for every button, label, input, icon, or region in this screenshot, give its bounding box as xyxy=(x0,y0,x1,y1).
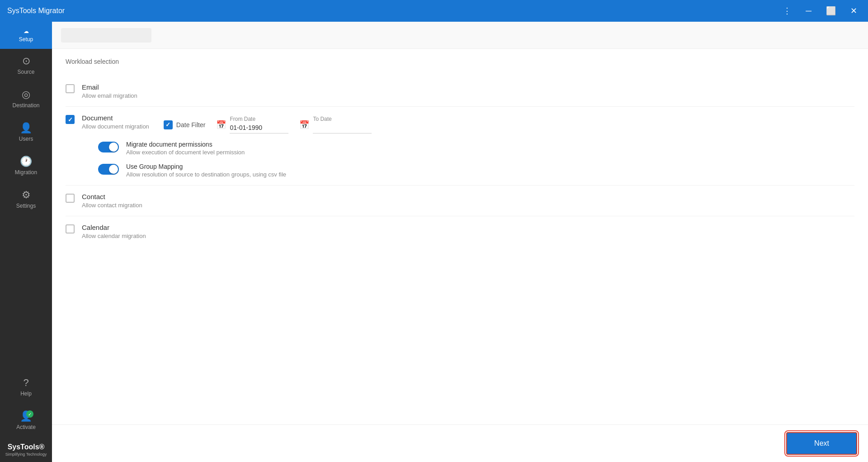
email-title: Email xyxy=(82,83,854,91)
to-date-icon[interactable]: 📅 xyxy=(299,120,309,130)
sidebar-brand: SysTools® Simplifying Technology xyxy=(0,438,52,462)
email-checkbox-area xyxy=(66,83,82,93)
content-area: Workload selection Email Allow email mig… xyxy=(52,22,868,462)
brand-name: SysTools® xyxy=(8,443,45,451)
sidebar-item-help[interactable]: ? Help xyxy=(0,371,52,404)
date-filter-row: Date Filter 📅 From Date xyxy=(164,116,372,133)
permissions-label: Migrate document permissions xyxy=(126,141,245,148)
workload-item-calendar: Calendar Allow calendar migration xyxy=(66,216,854,247)
maximize-button[interactable]: ⬜ xyxy=(822,5,840,17)
sidebar-item-source[interactable]: ⊙ Source xyxy=(0,49,52,82)
sub-option-permissions: Migrate document permissions Allow execu… xyxy=(82,141,854,156)
calendar-content: Calendar Allow calendar migration xyxy=(82,224,854,239)
workload-item-contact: Contact Allow contact migration xyxy=(66,186,854,216)
titlebar: SysTools Migrator ⋮ ─ ⬜ ✕ xyxy=(0,0,868,22)
email-checkbox[interactable] xyxy=(66,84,75,93)
workload-item-document: Document Allow document migration Date F… xyxy=(66,107,854,186)
document-desc: Allow document migration xyxy=(82,123,149,130)
workload-title: Workload selection xyxy=(66,58,854,65)
activate-badge: ✓ xyxy=(26,410,33,418)
help-icon: ? xyxy=(23,378,28,388)
document-sub-options: Migrate document permissions Allow execu… xyxy=(82,141,854,178)
document-title: Document xyxy=(82,114,149,122)
date-filter-label: Date Filter xyxy=(176,121,206,129)
calendar-desc: Allow calendar migration xyxy=(82,233,854,239)
date-filter-check: Date Filter xyxy=(164,120,206,129)
contact-title: Contact xyxy=(82,193,854,200)
calendar-title: Calendar xyxy=(82,224,854,231)
app-title: SysTools Migrator xyxy=(7,7,779,15)
from-date-input[interactable] xyxy=(230,122,288,133)
date-filter-checkbox[interactable] xyxy=(164,120,173,129)
migration-icon: 🕐 xyxy=(20,157,32,167)
main-layout: ☁ Setup ⊙ Source ◎ Destination 👤 Users 🕐… xyxy=(0,22,868,462)
calendar-checkbox[interactable] xyxy=(66,224,75,233)
calendar-checkbox-area xyxy=(66,224,82,233)
top-tabs xyxy=(52,22,868,49)
destination-icon: ◎ xyxy=(22,90,30,100)
contact-content: Contact Allow contact migration xyxy=(82,193,854,209)
permissions-text: Migrate document permissions Allow execu… xyxy=(126,141,245,156)
from-date-group: 📅 From Date xyxy=(216,116,288,133)
sidebar-item-setup[interactable]: ☁ Setup xyxy=(0,22,52,49)
sidebar-item-activate[interactable]: ✓ 👤 Activate xyxy=(0,404,52,438)
email-desc: Allow email migration xyxy=(82,92,854,99)
workload-item-email: Email Allow email migration xyxy=(66,76,854,107)
group-mapping-text: Use Group Mapping Allow resolution of so… xyxy=(126,163,286,178)
sidebar-bottom: ? Help ✓ 👤 Activate SysTools® Simplifyin… xyxy=(0,371,52,462)
sub-option-group-mapping: Use Group Mapping Allow resolution of so… xyxy=(82,163,854,178)
window-controls: ⋮ ─ ⬜ ✕ xyxy=(779,5,861,17)
from-date-label: From Date xyxy=(230,116,288,122)
permissions-desc: Allow execution of document level permis… xyxy=(126,149,245,156)
group-mapping-label: Use Group Mapping xyxy=(126,163,286,170)
more-button[interactable]: ⋮ xyxy=(779,5,795,17)
from-date-icon[interactable]: 📅 xyxy=(216,120,226,130)
contact-checkbox[interactable] xyxy=(66,194,75,203)
document-content: Document Allow document migration Date F… xyxy=(82,114,854,178)
to-date-group: 📅 To Date xyxy=(299,116,372,133)
sidebar-item-users[interactable]: 👤 Users xyxy=(0,116,52,149)
sidebar-item-settings[interactable]: ⚙ Settings xyxy=(0,183,52,216)
workload-area: Workload selection Email Allow email mig… xyxy=(52,49,868,424)
close-button[interactable]: ✕ xyxy=(847,5,861,17)
users-icon: 👤 xyxy=(20,123,32,133)
document-checkbox-area xyxy=(66,114,82,124)
activate-area: ✓ 👤 xyxy=(20,411,32,421)
minimize-button[interactable]: ─ xyxy=(802,5,815,17)
brand-sub: Simplifying Technology xyxy=(5,452,47,457)
sidebar-item-destination[interactable]: ◎ Destination xyxy=(0,82,52,116)
document-checkbox[interactable] xyxy=(66,115,75,124)
contact-desc: Allow contact migration xyxy=(82,202,854,209)
settings-icon: ⚙ xyxy=(22,190,31,200)
sidebar-item-migration[interactable]: 🕐 Migration xyxy=(0,149,52,183)
tab-placeholder xyxy=(61,28,151,43)
next-button[interactable]: Next xyxy=(786,432,857,455)
group-mapping-desc: Allow resolution of source to destinatio… xyxy=(126,171,286,178)
footer: Next xyxy=(52,424,868,462)
to-date-input[interactable] xyxy=(313,122,372,133)
contact-checkbox-area xyxy=(66,193,82,203)
group-mapping-toggle[interactable] xyxy=(98,164,119,175)
source-icon: ⊙ xyxy=(22,56,30,66)
cloud-icon: ☁ xyxy=(24,28,29,34)
permissions-toggle[interactable] xyxy=(98,142,119,152)
email-content: Email Allow email migration xyxy=(82,83,854,99)
to-date-label: To Date xyxy=(313,116,372,122)
sidebar: ☁ Setup ⊙ Source ◎ Destination 👤 Users 🕐… xyxy=(0,22,52,462)
